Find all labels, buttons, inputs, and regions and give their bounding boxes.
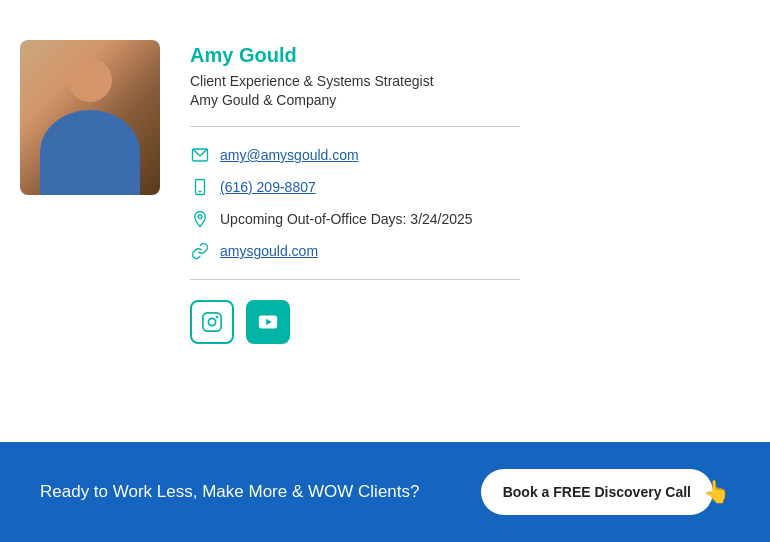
person-company: Amy Gould & Company	[190, 92, 740, 108]
email-item: amy@amysgould.com	[190, 145, 740, 165]
svg-point-3	[198, 215, 202, 219]
svg-point-5	[208, 318, 215, 325]
social-container	[190, 300, 740, 344]
email-svg	[191, 146, 209, 164]
youtube-icon	[257, 311, 279, 333]
website-link[interactable]: amysgould.com	[220, 243, 318, 259]
instagram-icon	[201, 311, 223, 333]
person-name: Amy Gould	[190, 44, 740, 67]
phone-link[interactable]: (616) 209-8807	[220, 179, 316, 195]
cta-wrapper: Book a FREE Discovery Call 👆	[481, 469, 730, 515]
out-of-office-text: Upcoming Out-of-Office Days: 3/24/2025	[220, 211, 473, 227]
svg-rect-4	[203, 313, 221, 331]
phone-icon	[190, 177, 210, 197]
location-icon	[190, 209, 210, 229]
out-of-office-item: Upcoming Out-of-Office Days: 3/24/2025	[190, 209, 740, 229]
profile-section: Amy Gould Client Experience & Systems St…	[0, 0, 770, 374]
avatar-container	[20, 40, 160, 195]
person-title: Client Experience & Systems Strategist	[190, 71, 740, 92]
svg-rect-1	[196, 180, 205, 195]
phone-svg	[191, 178, 209, 196]
location-svg	[191, 210, 209, 228]
youtube-button[interactable]	[246, 300, 290, 344]
instagram-button[interactable]	[190, 300, 234, 344]
hand-cursor-icon: 👆	[703, 479, 730, 505]
link-icon	[190, 241, 210, 261]
info-container: Amy Gould Client Experience & Systems St…	[190, 40, 740, 344]
avatar	[20, 40, 160, 195]
footer-bar: Ready to Work Less, Make More & WOW Clie…	[0, 442, 770, 542]
link-svg	[191, 242, 209, 260]
contact-list: amy@amysgould.com (616) 209-8807	[190, 145, 740, 261]
footer-tagline: Ready to Work Less, Make More & WOW Clie…	[40, 482, 419, 502]
website-item: amysgould.com	[190, 241, 740, 261]
discovery-call-button[interactable]: Book a FREE Discovery Call	[481, 469, 713, 515]
divider-top	[190, 126, 520, 127]
email-icon	[190, 145, 210, 165]
svg-point-6	[217, 317, 218, 318]
email-link[interactable]: amy@amysgould.com	[220, 147, 359, 163]
phone-item: (616) 209-8807	[190, 177, 740, 197]
divider-bottom	[190, 279, 520, 280]
